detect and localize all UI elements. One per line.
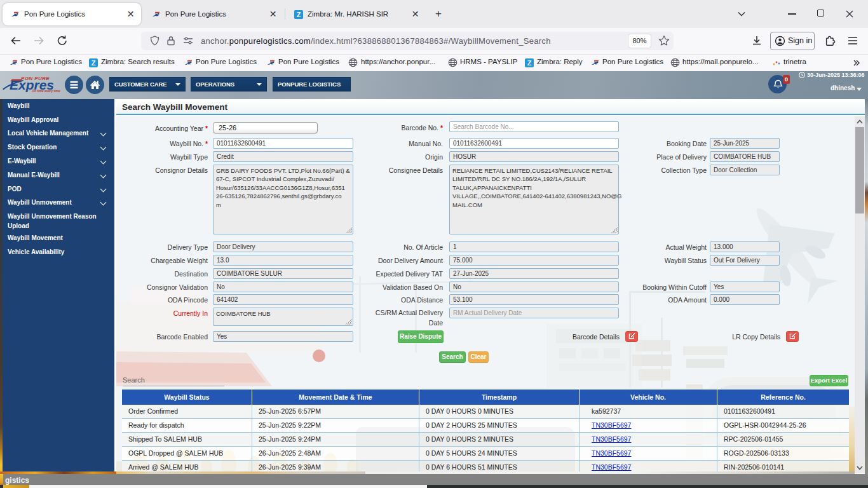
- svg-text:On time every time: On time every time: [32, 89, 60, 93]
